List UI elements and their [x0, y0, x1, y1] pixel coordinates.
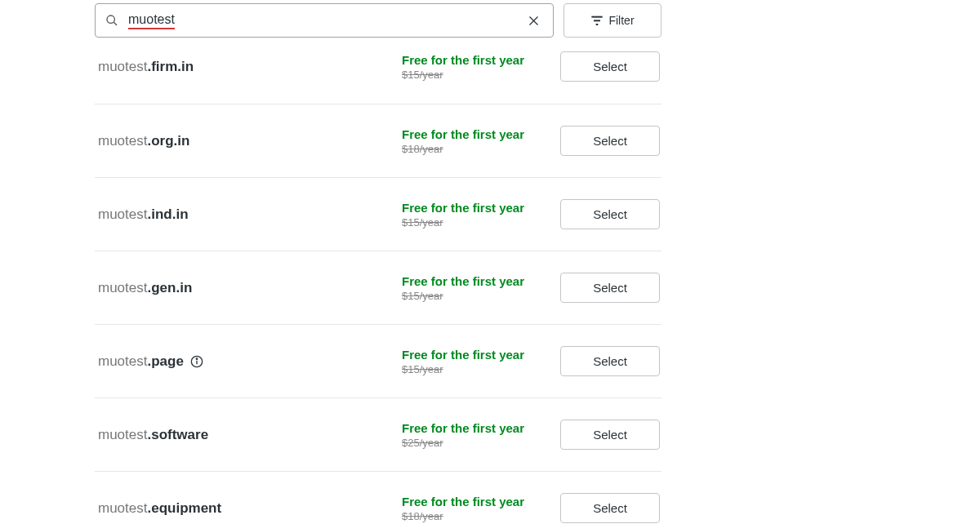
price-old: $18/year	[402, 143, 559, 155]
domain-tld: .ind.in	[147, 206, 188, 222]
select-button[interactable]: Select	[560, 51, 660, 82]
domain-tld: .firm.in	[147, 59, 194, 74]
domain-base: muotest	[98, 500, 147, 516]
domain-search-box[interactable]: muotest	[95, 3, 554, 38]
domain-result-row: muotest.gen.inFree for the first year$15…	[95, 251, 662, 325]
search-icon	[105, 14, 118, 27]
search-input-wrap: muotest	[128, 12, 524, 29]
domain-result-row: muotest.pageFree for the first year$15/y…	[95, 325, 662, 398]
price-column: Free for the first year$15/year	[402, 53, 559, 81]
price-free-text: Free for the first year	[402, 274, 559, 288]
price-column: Free for the first year$15/year	[402, 348, 559, 375]
domain-results-list: muotest.firm.inFree for the first year$1…	[95, 44, 662, 524]
price-free-text: Free for the first year	[402, 495, 559, 508]
price-column: Free for the first year$25/year	[402, 421, 559, 449]
search-filter-bar: muotest Filter	[95, 3, 662, 38]
svg-line-1	[114, 22, 117, 25]
info-icon[interactable]	[190, 355, 203, 368]
price-free-text: Free for the first year	[402, 201, 559, 215]
domain-base: muotest	[98, 206, 147, 222]
price-old: $25/year	[402, 437, 559, 449]
domain-name: muotest.org.in	[98, 133, 402, 149]
domain-result-row: muotest.equipmentFree for the first year…	[95, 472, 662, 524]
select-column: Select	[559, 493, 660, 523]
domain-base: muotest	[98, 353, 147, 369]
domain-tld: .software	[147, 427, 208, 442]
select-column: Select	[559, 199, 660, 229]
price-column: Free for the first year$15/year	[402, 201, 559, 229]
domain-result-row: muotest.firm.inFree for the first year$1…	[95, 44, 662, 104]
domain-base: muotest	[98, 59, 147, 74]
price-free-text: Free for the first year	[402, 421, 559, 435]
price-free-text: Free for the first year	[402, 53, 559, 67]
domain-name: muotest.page	[98, 353, 402, 370]
domain-name: muotest.gen.in	[98, 280, 402, 296]
price-old: $15/year	[402, 216, 559, 229]
domain-base: muotest	[98, 427, 147, 442]
select-column: Select	[559, 51, 660, 82]
domain-name: muotest.ind.in	[98, 206, 402, 223]
domain-name: muotest.equipment	[98, 500, 402, 517]
select-button[interactable]: Select	[560, 126, 660, 156]
select-column: Select	[559, 420, 660, 450]
filter-button[interactable]: Filter	[564, 3, 662, 38]
price-old: $18/year	[402, 510, 559, 522]
domain-tld: .equipment	[147, 500, 221, 516]
price-old: $15/year	[402, 363, 559, 375]
select-column: Select	[559, 273, 660, 303]
select-button[interactable]: Select	[560, 420, 660, 450]
svg-point-0	[107, 16, 114, 23]
filter-label: Filter	[608, 14, 634, 27]
select-column: Select	[559, 346, 660, 376]
price-free-text: Free for the first year	[402, 127, 559, 141]
select-button[interactable]: Select	[560, 493, 660, 523]
select-button[interactable]: Select	[560, 346, 660, 376]
price-column: Free for the first year$18/year	[402, 127, 559, 155]
svg-rect-5	[594, 20, 600, 21]
domain-tld: .org.in	[147, 133, 189, 149]
price-old: $15/year	[402, 69, 559, 81]
domain-name: muotest.firm.in	[98, 59, 402, 75]
price-column: Free for the first year$18/year	[402, 495, 559, 522]
domain-result-row: muotest.softwareFree for the first year$…	[95, 398, 662, 472]
select-button[interactable]: Select	[560, 273, 660, 303]
filter-icon	[590, 16, 604, 25]
domain-base: muotest	[98, 280, 147, 295]
select-button[interactable]: Select	[560, 199, 660, 229]
svg-point-9	[196, 358, 197, 359]
price-free-text: Free for the first year	[402, 348, 559, 362]
domain-base: muotest	[98, 133, 147, 149]
domain-name: muotest.software	[98, 427, 402, 443]
domain-result-row: muotest.org.inFree for the first year$18…	[95, 104, 662, 178]
domain-tld: .gen.in	[147, 280, 192, 295]
svg-rect-6	[596, 24, 599, 25]
clear-search-button[interactable]	[524, 11, 543, 30]
search-input-value[interactable]: muotest	[128, 12, 175, 29]
close-icon	[528, 15, 540, 27]
domain-tld: .page	[147, 353, 183, 369]
select-column: Select	[559, 126, 660, 156]
svg-rect-4	[592, 16, 603, 18]
price-old: $15/year	[402, 290, 559, 302]
domain-result-row: muotest.ind.inFree for the first year$15…	[95, 178, 662, 251]
price-column: Free for the first year$15/year	[402, 274, 559, 302]
